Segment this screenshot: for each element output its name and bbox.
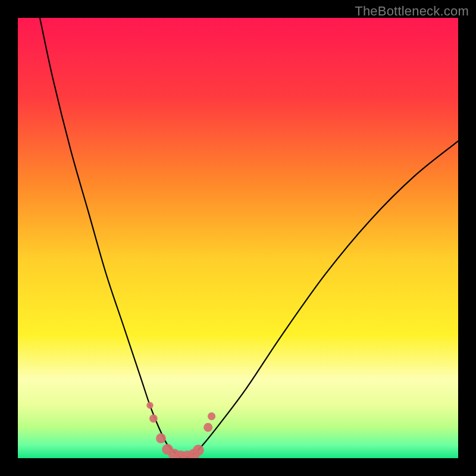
marker-dot xyxy=(149,415,158,423)
marker-dot xyxy=(193,444,204,456)
marker-dot xyxy=(208,412,215,420)
marker-dot xyxy=(156,433,166,443)
watermark-text: TheBottleneck.com xyxy=(355,4,469,19)
plot-svg xyxy=(18,18,458,458)
plot-area xyxy=(18,18,458,458)
marker-dot xyxy=(146,402,153,408)
chart-frame: TheBottleneck.com xyxy=(0,0,476,476)
marker-dot xyxy=(203,423,212,432)
gradient-background xyxy=(18,18,458,458)
